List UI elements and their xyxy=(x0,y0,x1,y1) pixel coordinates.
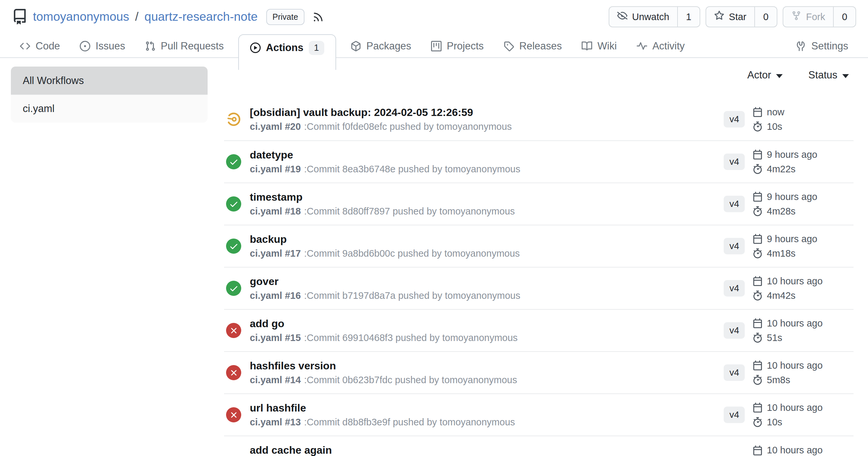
run-title-link[interactable]: hashfiles version xyxy=(250,360,724,372)
run-started-line: 10 hours ago xyxy=(753,276,823,287)
watchers-count[interactable]: 1 xyxy=(678,7,700,27)
run-subtitle: ci.yaml #19:Commit 8ea3b6748e pushed by … xyxy=(250,164,724,175)
run-meta: 10 hours ago xyxy=(753,445,823,456)
workflow-run-row[interactable]: backup ci.yaml #17:Commit 9a8bd6b00c pus… xyxy=(224,225,854,267)
branch-badge[interactable]: v4 xyxy=(724,154,745,170)
status-filter-dropdown[interactable]: Status xyxy=(806,69,851,82)
fork-icon xyxy=(791,10,801,23)
repo-owner-link[interactable]: tomoyanonymous xyxy=(33,10,129,24)
run-duration-text: 4m28s xyxy=(767,206,796,217)
workflows-sidebar: All Workflows ci.yaml xyxy=(11,67,208,123)
stars-count[interactable]: 0 xyxy=(755,7,777,27)
run-title-link[interactable]: url hashfile xyxy=(250,402,724,414)
workflow-run-row[interactable]: datetype ci.yaml #19:Commit 8ea3b6748e p… xyxy=(224,140,854,183)
workflow-run-row[interactable]: hashfiles version ci.yaml #14:Commit 0b6… xyxy=(224,351,854,393)
tab-wiki[interactable]: Wiki xyxy=(576,34,622,58)
run-subtitle: ci.yaml #16:Commit b7197d8a7a pushed by … xyxy=(250,290,724,301)
run-workflow-ref: ci.yaml #16 xyxy=(250,290,301,301)
tab-pull-requests[interactable]: Pull Requests xyxy=(140,34,229,58)
run-workflow-ref: ci.yaml #18 xyxy=(250,206,301,217)
calendar-icon xyxy=(753,192,763,202)
branch-badge[interactable]: v4 xyxy=(724,406,745,423)
workflow-run-row[interactable]: [obsidian] vault backup: 2024-02-05 12:2… xyxy=(224,98,854,140)
run-title-link[interactable]: add go xyxy=(250,318,724,330)
run-title-link[interactable]: backup xyxy=(250,233,724,246)
unwatch-label: Unwatch xyxy=(632,11,669,23)
package-icon xyxy=(351,41,361,52)
run-subtitle: ci.yaml #17:Commit 9a8bd6b00c pushed by … xyxy=(250,248,724,259)
run-meta: 10 hours ago 4m42s xyxy=(753,276,823,301)
workflow-run-row[interactable]: timestamp ci.yaml #18:Commit 8d80ff7897 … xyxy=(224,183,854,225)
stopwatch-icon xyxy=(753,333,763,343)
branch-badge[interactable]: v4 xyxy=(724,111,745,128)
run-title-link[interactable]: add cache again xyxy=(250,444,734,456)
tab-activity[interactable]: Activity xyxy=(631,34,690,58)
branch-badge[interactable]: v4 xyxy=(724,364,745,381)
tab-code[interactable]: Code xyxy=(14,34,65,58)
repo-book-icon xyxy=(12,9,28,25)
calendar-icon xyxy=(753,446,763,455)
tab-packages[interactable]: Packages xyxy=(345,34,416,58)
calendar-icon xyxy=(753,276,763,286)
run-started-time: 10 hours ago xyxy=(767,445,823,456)
failure-status-icon xyxy=(226,365,241,380)
run-started-time: 10 hours ago xyxy=(767,402,823,413)
rss-icon[interactable] xyxy=(312,11,324,23)
workflow-run-row[interactable]: add go ci.yaml #15:Commit 69910468f3 pus… xyxy=(224,309,854,351)
star-button-group: Star 0 xyxy=(706,6,777,27)
branch-badge[interactable]: v4 xyxy=(724,196,745,212)
run-text-block: timestamp ci.yaml #18:Commit 8d80ff7897 … xyxy=(250,191,724,217)
run-started-line: now xyxy=(753,107,823,118)
run-title-link[interactable]: gover xyxy=(250,275,724,288)
branch-badge[interactable]: v4 xyxy=(724,238,745,254)
run-title-link[interactable]: datetype xyxy=(250,149,724,161)
tab-issues-label: Issues xyxy=(96,40,125,52)
run-commit-text: :Commit 8d80ff7897 pushed by tomoyanonym… xyxy=(304,206,515,217)
run-duration-line: 10s xyxy=(753,121,823,132)
book-icon xyxy=(582,41,592,52)
run-title-link[interactable]: timestamp xyxy=(250,191,724,203)
branch-badge[interactable]: v4 xyxy=(724,322,745,339)
unwatch-button[interactable]: Unwatch xyxy=(609,7,678,27)
calendar-icon xyxy=(753,360,763,370)
calendar-icon xyxy=(753,403,763,413)
failure-status-icon xyxy=(226,323,241,338)
stopwatch-icon xyxy=(753,417,763,427)
run-duration-line: 51s xyxy=(753,332,823,343)
run-title-link[interactable]: [obsidian] vault backup: 2024-02-05 12:2… xyxy=(250,106,724,119)
run-subtitle: ci.yaml #18:Commit 8d80ff7897 pushed by … xyxy=(250,206,724,217)
branch-badge[interactable]: v4 xyxy=(724,280,745,296)
run-duration-text: 4m18s xyxy=(767,248,796,259)
tab-settings[interactable]: Settings xyxy=(790,34,854,58)
tab-issues[interactable]: Issues xyxy=(74,34,130,58)
tab-actions[interactable]: Actions 1 xyxy=(238,34,336,70)
workflow-run-row[interactable]: add cache again 10 hours ago xyxy=(224,435,854,456)
fork-button[interactable]: Fork xyxy=(783,7,834,27)
sidebar-item-all-workflows[interactable]: All Workflows xyxy=(11,67,208,95)
stopwatch-icon xyxy=(753,249,763,258)
run-meta: 10 hours ago 10s xyxy=(753,402,823,428)
tab-pull-requests-label: Pull Requests xyxy=(161,40,224,52)
run-meta: 10 hours ago 51s xyxy=(753,318,823,343)
actor-filter-label: Actor xyxy=(747,69,771,81)
workflow-run-row[interactable]: gover ci.yaml #16:Commit b7197d8a7a push… xyxy=(224,267,854,309)
code-icon xyxy=(20,41,30,52)
caret-down-icon xyxy=(842,74,849,78)
run-workflow-ref: ci.yaml #15 xyxy=(250,332,301,343)
tab-wiki-label: Wiki xyxy=(597,40,617,52)
run-started-line: 10 hours ago xyxy=(753,360,823,371)
run-started-time: 10 hours ago xyxy=(767,318,823,329)
forks-count[interactable]: 0 xyxy=(834,7,856,27)
tab-projects[interactable]: Projects xyxy=(426,34,489,58)
run-meta: 9 hours ago 4m18s xyxy=(753,234,823,259)
star-button[interactable]: Star xyxy=(706,7,755,27)
sidebar-item-ci-yaml[interactable]: ci.yaml xyxy=(11,95,208,123)
tab-releases[interactable]: Releases xyxy=(498,34,567,58)
stopwatch-icon xyxy=(753,206,763,216)
actor-filter-dropdown[interactable]: Actor xyxy=(745,69,785,82)
repo-title-group: tomoyanonymous / quartz-research-note Pr… xyxy=(12,9,324,25)
repo-name-link[interactable]: quartz-research-note xyxy=(144,10,257,24)
tab-packages-label: Packages xyxy=(367,40,411,52)
run-commit-text: :Commit b7197d8a7a pushed by tomoyanonym… xyxy=(304,290,520,301)
workflow-run-row[interactable]: url hashfile ci.yaml #13:Commit d8b8fb3e… xyxy=(224,393,854,435)
